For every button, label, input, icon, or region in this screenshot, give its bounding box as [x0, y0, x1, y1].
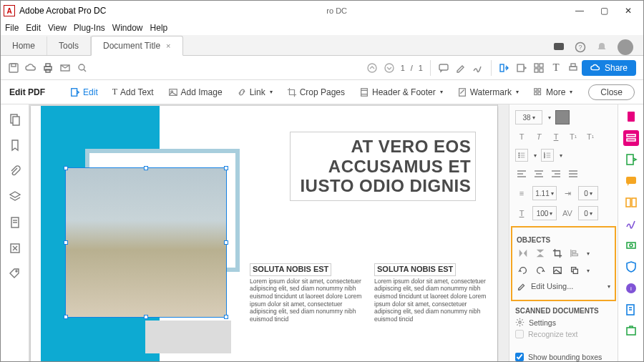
edit-pdf-rail-icon[interactable] — [623, 130, 639, 146]
handle-ml[interactable] — [64, 240, 68, 245]
align-right-icon[interactable] — [550, 167, 562, 180]
arrange-icon[interactable] — [568, 264, 581, 277]
chat-icon[interactable] — [553, 41, 565, 53]
close-button[interactable]: Close — [588, 84, 635, 100]
combine-icon[interactable] — [623, 302, 639, 318]
protect-icon[interactable] — [623, 259, 639, 275]
highlight-icon[interactable] — [455, 62, 467, 74]
text-tool-icon[interactable]: T — [550, 62, 562, 74]
comment-icon[interactable] — [438, 62, 449, 74]
mail-icon[interactable] — [59, 62, 71, 74]
close-window-button[interactable]: ✕ — [616, 2, 640, 19]
attachment-icon[interactable] — [9, 165, 21, 177]
align-center-icon[interactable] — [532, 167, 545, 180]
crop-button[interactable]: Crop Pages — [283, 84, 349, 100]
zoom-icon[interactable] — [77, 62, 88, 74]
tag-icon[interactable] — [9, 268, 21, 280]
tab-tools[interactable]: Tools — [47, 36, 91, 55]
t-italic-icon[interactable]: T — [532, 130, 545, 143]
scan-rail-icon[interactable] — [623, 238, 639, 253]
redact-icon[interactable] — [533, 62, 545, 74]
bbox-checkbox[interactable]: Show bounding boxes — [515, 353, 612, 361]
export-icon[interactable] — [516, 62, 527, 74]
t-sub-icon[interactable]: T1 — [584, 130, 597, 143]
handle-mr[interactable] — [224, 240, 228, 245]
text-color-swatch[interactable] — [555, 110, 570, 124]
handle-bm[interactable] — [144, 315, 148, 319]
t-super-icon[interactable]: T1 — [567, 130, 580, 143]
edit-using-button[interactable]: Edit Using... ▾ — [517, 281, 610, 291]
export-pdf-icon[interactable] — [623, 152, 639, 167]
minimize-button[interactable]: — — [567, 2, 592, 19]
organize-rail-icon[interactable] — [623, 195, 639, 210]
handle-tl[interactable] — [64, 166, 68, 170]
font-size-stepper[interactable]: ▾ — [548, 114, 551, 121]
tab-close-icon[interactable]: × — [166, 41, 170, 50]
menu-help[interactable]: Help — [150, 23, 168, 33]
thumbnails-icon[interactable] — [9, 113, 21, 126]
edit-button[interactable]: Edit — [66, 84, 102, 100]
handle-tr[interactable] — [224, 166, 228, 170]
menu-file[interactable]: File — [5, 23, 19, 33]
handle-bl[interactable] — [64, 315, 68, 319]
line-height-field[interactable]: 1.11▾ — [532, 186, 557, 200]
indent-field[interactable]: 0▾ — [578, 186, 598, 200]
t-regular-icon[interactable]: T — [515, 130, 528, 143]
header-footer-button[interactable]: Header & Footer▾ — [355, 84, 447, 100]
bell-icon[interactable] — [596, 41, 608, 53]
print-icon[interactable] — [42, 62, 54, 74]
align-justify-icon[interactable] — [567, 167, 580, 180]
font-size-field[interactable]: 38 ▾ — [515, 110, 542, 124]
menu-window[interactable]: Window — [112, 23, 143, 33]
handle-tm[interactable] — [144, 166, 148, 170]
organize-icon[interactable] — [499, 62, 510, 74]
help-icon[interactable]: ? — [575, 41, 586, 53]
tracking-field[interactable]: 0▾ — [578, 206, 598, 220]
document-area[interactable]: AT VERO EOS ACCUSAMUS ET IUSTO ODIO DIGN… — [29, 104, 509, 362]
align-left-icon[interactable] — [515, 167, 528, 180]
number-list-icon[interactable]: 123 — [541, 149, 554, 162]
add-text-button[interactable]: TAdd Text — [108, 84, 158, 100]
menu-view[interactable]: View — [48, 23, 67, 33]
menu-plugins[interactable]: Plug-Ins — [74, 23, 105, 33]
avatar[interactable] — [618, 39, 633, 55]
t-underline-icon[interactable]: T — [550, 130, 562, 143]
handle-br[interactable] — [224, 315, 228, 319]
accessibility-icon[interactable] — [9, 242, 21, 255]
menu-edit[interactable]: Edit — [26, 23, 41, 33]
save-icon[interactable] — [8, 62, 19, 74]
link-button[interactable]: Link▾ — [233, 84, 277, 100]
replace-image-icon[interactable] — [551, 264, 564, 277]
tab-document[interactable]: Document Title × — [91, 36, 182, 56]
fill-sign-icon[interactable] — [623, 216, 639, 232]
align-objects-icon[interactable] — [568, 247, 581, 260]
bookmark-icon[interactable] — [9, 139, 21, 152]
scrollbar[interactable] — [497, 104, 509, 362]
tab-home[interactable]: Home — [1, 36, 47, 55]
print2-icon[interactable] — [567, 62, 579, 74]
bullet-list-icon[interactable] — [515, 149, 528, 162]
create-pdf-icon[interactable] — [623, 109, 639, 124]
share-button[interactable]: Share — [582, 60, 636, 76]
rotate-ccw-icon[interactable] — [517, 264, 530, 277]
flip-horizontal-icon[interactable] — [534, 247, 547, 260]
column-1[interactable]: SOLUTA NOBIS EST Lorem ipsum dolor sit a… — [250, 263, 363, 323]
maximize-button[interactable]: ▢ — [592, 2, 616, 19]
cloud-icon[interactable] — [25, 62, 36, 74]
comment-rail-icon[interactable] — [623, 173, 639, 189]
more-tools-icon[interactable]: i — [623, 280, 639, 296]
watermark-button[interactable]: Watermark▾ — [453, 84, 523, 100]
flip-vertical-icon[interactable] — [517, 247, 530, 260]
page-current[interactable]: 1 — [401, 64, 405, 72]
add-image-button[interactable]: Add Image — [164, 84, 227, 100]
layers-icon[interactable] — [9, 190, 21, 203]
page-up-icon[interactable] — [366, 62, 378, 74]
crop-object-icon[interactable] — [551, 247, 564, 260]
page-icon[interactable] — [9, 216, 21, 229]
hscale-field[interactable]: 100▾ — [532, 206, 557, 220]
page-down-icon[interactable] — [384, 62, 395, 74]
settings-button[interactable]: Settings — [515, 318, 612, 327]
sign-icon[interactable] — [472, 62, 484, 74]
column-2[interactable]: SOLUTA NOBIS EST Lorem ipsum dolor sit a… — [374, 263, 487, 323]
headline-text[interactable]: AT VERO EOS ACCUSAMUS ET IUSTO ODIO DIGN… — [290, 132, 476, 201]
